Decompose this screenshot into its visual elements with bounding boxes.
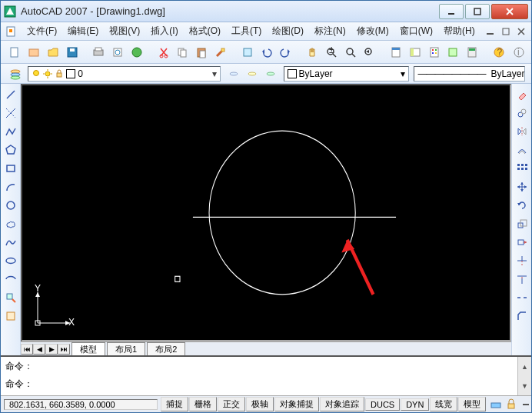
menu-dim[interactable]: 标注(N)	[310, 23, 351, 39]
xline-button[interactable]	[3, 105, 18, 121]
menu-edit[interactable]: 编辑(E)	[63, 23, 103, 39]
status-polar[interactable]: 极轴	[246, 397, 274, 411]
extend-button[interactable]	[514, 271, 530, 287]
erase-button[interactable]	[514, 87, 530, 102]
calc-button[interactable]	[464, 44, 480, 61]
ellipse-arc-button[interactable]	[3, 271, 18, 287]
mirror-button[interactable]	[514, 124, 530, 139]
help-button[interactable]: ?	[490, 44, 507, 61]
menu-help[interactable]: 帮助(H)	[439, 23, 480, 39]
menu-file[interactable]: 文件(F)	[22, 23, 62, 39]
layer-manager-button[interactable]	[7, 65, 23, 82]
arc-button[interactable]	[3, 179, 18, 195]
status-lwt[interactable]: 线宽	[430, 397, 457, 411]
menu-modify[interactable]: 修改(M)	[352, 23, 394, 39]
undo-button[interactable]	[258, 44, 274, 61]
new-button[interactable]	[7, 44, 23, 61]
copy-obj-button[interactable]	[514, 105, 530, 121]
minimize-button[interactable]	[439, 4, 464, 19]
tab-next-button[interactable]: ▶	[45, 344, 58, 355]
redo-button[interactable]	[278, 44, 294, 61]
status-snap[interactable]: 捕捉	[161, 397, 188, 411]
color-dropdown[interactable]: ByLayer ▾	[284, 66, 410, 82]
revcloud-button[interactable]	[3, 216, 18, 231]
zoom-previous-button[interactable]	[361, 44, 377, 61]
menu-window[interactable]: 窗口(W)	[395, 23, 437, 39]
pan-button[interactable]	[304, 44, 320, 61]
block-editor-button[interactable]	[239, 44, 255, 61]
zoom-window-button[interactable]	[342, 44, 358, 61]
mdi-restore-icon[interactable]	[500, 26, 511, 37]
publish-button[interactable]	[129, 44, 145, 61]
properties-button[interactable]	[387, 44, 404, 61]
insert-block-button[interactable]	[3, 290, 18, 305]
scroll-down-icon[interactable]: ▼	[518, 376, 531, 395]
paste-button[interactable]	[194, 44, 210, 61]
tab-last-button[interactable]: ⏭	[58, 344, 70, 355]
make-block-button[interactable]	[3, 308, 18, 324]
mdi-minimize-icon[interactable]	[485, 26, 496, 37]
tray-lock-icon[interactable]	[505, 398, 517, 411]
save-button[interactable]	[65, 44, 81, 61]
command-scrollbar[interactable]: ▲ ▼	[517, 357, 531, 395]
tab-layout1[interactable]: 布局1	[107, 342, 145, 356]
spline-button[interactable]	[3, 235, 18, 250]
scroll-up-icon[interactable]: ▲	[518, 357, 531, 376]
chamfer-button[interactable]	[514, 308, 530, 324]
trim-button[interactable]	[514, 253, 530, 268]
plot-button[interactable]	[91, 44, 107, 61]
ellipse-button[interactable]	[3, 253, 18, 268]
rotate-button[interactable]	[514, 198, 530, 213]
stretch-button[interactable]	[514, 235, 530, 250]
array-button[interactable]	[514, 161, 530, 176]
tab-first-button[interactable]: ⏮	[21, 344, 33, 355]
copy-button[interactable]	[175, 44, 191, 61]
sheet-set-button[interactable]	[26, 44, 42, 61]
drawing-canvas[interactable]: X Y	[21, 84, 511, 341]
layer-match-button[interactable]	[262, 65, 279, 82]
coordinate-readout[interactable]: 802.1631, 660.3589, 0.0000	[4, 399, 158, 410]
offset-button[interactable]	[514, 142, 530, 158]
status-ducs[interactable]: DUCS	[365, 398, 400, 411]
close-button[interactable]	[491, 4, 528, 19]
plot-preview-button[interactable]	[110, 44, 126, 61]
rectangle-button[interactable]	[3, 161, 18, 176]
break-button[interactable]	[514, 290, 530, 305]
tab-prev-button[interactable]: ◀	[33, 344, 45, 355]
command-line[interactable]: 命令： 命令：	[1, 357, 517, 395]
mdi-close-icon[interactable]	[516, 26, 527, 37]
cut-button[interactable]	[155, 44, 171, 61]
markup-button[interactable]	[445, 44, 461, 61]
polygon-button[interactable]	[3, 142, 18, 158]
circle-button[interactable]	[3, 198, 18, 213]
menu-view[interactable]: 视图(V)	[105, 23, 145, 39]
tool-palette-button[interactable]	[426, 44, 442, 61]
tray-comm-icon[interactable]	[490, 398, 502, 411]
layer-state-button[interactable]	[244, 65, 261, 82]
scale-button[interactable]	[514, 216, 530, 231]
polyline-button[interactable]	[3, 124, 18, 139]
line-button[interactable]	[3, 87, 18, 102]
design-center-button[interactable]	[407, 44, 423, 61]
status-ortho[interactable]: 正交	[218, 397, 245, 411]
match-prop-button[interactable]	[213, 44, 229, 61]
tab-layout2[interactable]: 布局2	[147, 342, 185, 356]
maximize-button[interactable]	[465, 4, 490, 19]
open-button[interactable]	[45, 44, 62, 61]
menu-insert[interactable]: 插入(I)	[146, 23, 182, 39]
status-model[interactable]: 模型	[458, 397, 486, 411]
linetype-dropdown[interactable]: ———————— ByLayer	[414, 66, 525, 82]
layer-dropdown[interactable]: 0 ▾	[28, 66, 220, 82]
status-dyn[interactable]: DYN	[401, 398, 429, 411]
tab-model[interactable]: 模型	[71, 342, 105, 356]
menu-tools[interactable]: 工具(T)	[227, 23, 266, 39]
tray-minus-icon[interactable]	[520, 399, 531, 410]
status-grid[interactable]: 栅格	[189, 397, 217, 411]
menu-format[interactable]: 格式(O)	[185, 23, 225, 39]
status-osnap[interactable]: 对象捕捉	[274, 397, 319, 411]
layer-prev-button[interactable]	[225, 65, 242, 82]
move-button[interactable]	[514, 179, 530, 195]
info-center-icon[interactable]: i	[513, 46, 525, 58]
zoom-realtime-button[interactable]: ±	[323, 44, 339, 61]
menu-draw[interactable]: 绘图(D)	[268, 23, 308, 39]
